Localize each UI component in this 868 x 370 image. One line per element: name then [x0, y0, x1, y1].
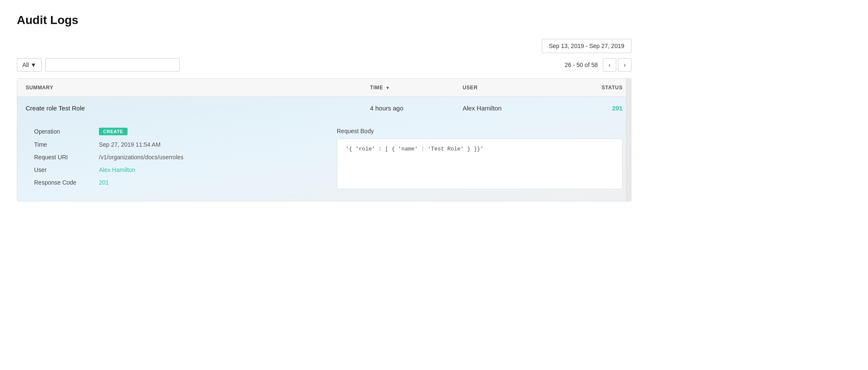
operation-badge: CREATE: [99, 128, 128, 135]
pagination-info: 26 - 50 of 58: [564, 62, 598, 68]
row-summary: Create role Test Role: [26, 105, 370, 112]
col-time[interactable]: TIME ▼: [370, 85, 463, 91]
operation-label: Operation: [34, 128, 89, 135]
detail-code-row: Response Code 201: [34, 179, 328, 186]
row-summary-line[interactable]: Create role Test Role 4 hours ago Alex H…: [17, 97, 631, 119]
filter-label: All: [22, 62, 29, 68]
table-row: Create role Test Role 4 hours ago Alex H…: [17, 97, 631, 201]
code-label: Response Code: [34, 179, 89, 186]
row-time: 4 hours ago: [370, 105, 463, 112]
detail-left: Operation CREATE Time Sep 27, 2019 11:54…: [34, 128, 328, 189]
toolbar-top: Sep 13, 2019 - Sep 27, 2019: [17, 39, 631, 53]
row-status: 201: [555, 105, 623, 112]
row-detail-panel: Operation CREATE Time Sep 27, 2019 11:54…: [17, 119, 631, 201]
time-value: Sep 27, 2019 11:54 AM: [99, 141, 160, 148]
detail-uri-row: Request URI /v1/organizations/docs/userr…: [34, 154, 328, 161]
date-range-button[interactable]: Sep 13, 2019 - Sep 27, 2019: [542, 39, 631, 53]
col-status: STATUS: [555, 85, 623, 91]
detail-user-row: User Alex Hamilton: [34, 166, 328, 173]
detail-operation-row: Operation CREATE: [34, 128, 328, 135]
col-summary: SUMMARY: [26, 85, 370, 91]
row-user: Alex Hamilton: [463, 105, 555, 112]
pagination-area: 26 - 50 of 58 ‹ ›: [564, 58, 631, 72]
prev-page-button[interactable]: ‹: [603, 58, 616, 72]
user-detail-value[interactable]: Alex Hamilton: [99, 166, 135, 173]
page-title: Audit Logs: [17, 13, 631, 27]
request-body-content: '{ 'role' : [ { 'name' : 'Test Role' } ]…: [337, 139, 623, 189]
user-detail-label: User: [34, 166, 89, 173]
next-page-button[interactable]: ›: [618, 58, 631, 72]
filter-arrow-icon: ▼: [31, 62, 37, 68]
detail-right: Request Body '{ 'role' : [ { 'name' : 'T…: [328, 128, 623, 189]
detail-time-row: Time Sep 27, 2019 11:54 AM: [34, 141, 328, 148]
audit-log-table: SUMMARY TIME ▼ USER STATUS Create role T…: [17, 78, 631, 201]
sort-icon: ▼: [386, 86, 390, 90]
uri-value: /v1/organizations/docs/userroles: [99, 154, 184, 161]
code-value: 201: [99, 179, 109, 186]
col-user: USER: [463, 85, 555, 91]
time-label: Time: [34, 141, 89, 148]
uri-label: Request URI: [34, 154, 89, 161]
table-header: SUMMARY TIME ▼ USER STATUS: [17, 79, 631, 97]
toolbar-bottom: All ▼ 26 - 50 of 58 ‹ ›: [17, 58, 631, 72]
scrollbar[interactable]: [626, 79, 631, 201]
filter-dropdown[interactable]: All ▼: [17, 58, 42, 72]
request-body-label: Request Body: [337, 128, 623, 134]
filter-search-area: All ▼: [17, 58, 180, 72]
search-input[interactable]: [45, 58, 180, 72]
